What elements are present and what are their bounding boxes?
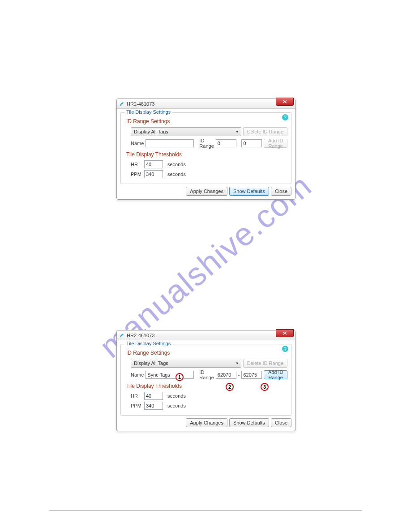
page-footer-divider bbox=[49, 510, 362, 511]
id-range-settings-title: ID Range Settings bbox=[126, 350, 287, 356]
tile-display-thresholds-title: Tile Display Thresholds bbox=[126, 151, 287, 158]
hr-label: HR bbox=[131, 393, 142, 399]
ppm-unit: seconds bbox=[167, 172, 186, 177]
close-button[interactable]: Close bbox=[271, 187, 291, 196]
dialog-footer: Apply Changes Show Defaults Close bbox=[120, 416, 291, 427]
combo-value: Display All Tags bbox=[134, 129, 168, 134]
delete-id-range-button[interactable]: Delete ID Range bbox=[243, 359, 287, 368]
ppm-label: PPM bbox=[131, 172, 142, 177]
id-range-to-input[interactable] bbox=[241, 139, 262, 147]
dialog-tile-display-1: HR2-461073 Tile Display Settings ? ID Ra… bbox=[116, 99, 295, 200]
dialog-tile-display-2: HR2-461073 Tile Display Settings ? ID Ra… bbox=[116, 330, 295, 431]
id-range-label: ID Range bbox=[199, 369, 214, 380]
hr-input[interactable] bbox=[144, 160, 163, 168]
id-range-label: ID Range bbox=[199, 138, 214, 149]
app-icon bbox=[119, 101, 125, 107]
show-defaults-button[interactable]: Show Defaults bbox=[229, 187, 269, 196]
show-defaults-button[interactable]: Show Defaults bbox=[229, 418, 269, 427]
callout-1: 1 bbox=[176, 373, 184, 381]
help-icon[interactable]: ? bbox=[282, 114, 288, 120]
ppm-label: PPM bbox=[131, 403, 142, 408]
name-input[interactable] bbox=[146, 139, 194, 147]
range-dash: - bbox=[238, 372, 240, 378]
close-button[interactable]: Close bbox=[271, 418, 291, 427]
delete-id-range-button[interactable]: Delete ID Range bbox=[243, 127, 287, 136]
callout-3: 3 bbox=[261, 383, 269, 391]
callout-2: 2 bbox=[226, 383, 234, 391]
tile-display-settings-fieldset: Tile Display Settings ? ID Range Setting… bbox=[120, 344, 291, 416]
fieldset-legend: Tile Display Settings bbox=[124, 109, 172, 115]
tile-display-settings-fieldset: Tile Display Settings ? ID Range Setting… bbox=[120, 112, 291, 184]
dialog-body: Tile Display Settings ? ID Range Setting… bbox=[117, 109, 295, 199]
hr-threshold-row: HR seconds bbox=[124, 160, 287, 168]
chevron-down-icon: ▼ bbox=[235, 130, 239, 134]
titlebar: HR2-461073 bbox=[117, 99, 295, 109]
id-range-row: Display All Tags ▼ Delete ID Range bbox=[124, 127, 287, 136]
range-dash: - bbox=[238, 141, 240, 146]
window-title: HR2-461073 bbox=[127, 101, 154, 107]
help-icon[interactable]: ? bbox=[282, 346, 288, 352]
id-range-row: Display All Tags ▼ Delete ID Range bbox=[124, 359, 287, 368]
hr-threshold-row: HR seconds bbox=[124, 392, 287, 400]
hr-unit: seconds bbox=[167, 393, 186, 399]
ppm-threshold-row: PPM seconds bbox=[124, 170, 287, 178]
id-range-from-input[interactable] bbox=[216, 371, 236, 379]
hr-unit: seconds bbox=[167, 162, 186, 167]
name-range-row: Name ID Range - Add ID Range bbox=[124, 138, 287, 149]
chevron-down-icon: ▼ bbox=[235, 361, 239, 365]
ppm-input[interactable] bbox=[144, 170, 163, 178]
name-label: Name bbox=[131, 141, 144, 146]
ppm-threshold-row: PPM seconds bbox=[124, 402, 287, 410]
ppm-input[interactable] bbox=[144, 402, 163, 410]
display-tags-combo[interactable]: Display All Tags ▼ bbox=[131, 359, 241, 368]
hr-input[interactable] bbox=[144, 392, 163, 400]
window-title: HR2-461073 bbox=[127, 333, 154, 338]
display-tags-combo[interactable]: Display All Tags ▼ bbox=[131, 127, 241, 136]
fieldset-legend: Tile Display Settings bbox=[124, 341, 172, 346]
apply-changes-button[interactable]: Apply Changes bbox=[186, 418, 227, 427]
ppm-unit: seconds bbox=[167, 403, 186, 408]
add-id-range-button[interactable]: Add ID Range bbox=[264, 370, 287, 379]
name-input[interactable] bbox=[146, 371, 194, 379]
app-icon bbox=[119, 332, 125, 339]
name-range-row: Name ID Range - Add ID Range bbox=[124, 369, 287, 380]
id-range-settings-title: ID Range Settings bbox=[126, 118, 287, 124]
hr-label: HR bbox=[131, 162, 142, 167]
id-range-from-input[interactable] bbox=[216, 139, 236, 147]
combo-value: Display All Tags bbox=[134, 360, 168, 366]
window-close-button[interactable] bbox=[276, 98, 294, 106]
window-close-button[interactable] bbox=[276, 329, 294, 337]
add-id-range-button[interactable]: Add ID Range bbox=[264, 139, 287, 148]
titlebar: HR2-461073 bbox=[117, 330, 295, 340]
apply-changes-button[interactable]: Apply Changes bbox=[186, 187, 227, 196]
dialog-footer: Apply Changes Show Defaults Close bbox=[120, 184, 291, 196]
name-label: Name bbox=[131, 372, 144, 378]
id-range-to-input[interactable] bbox=[241, 371, 262, 379]
